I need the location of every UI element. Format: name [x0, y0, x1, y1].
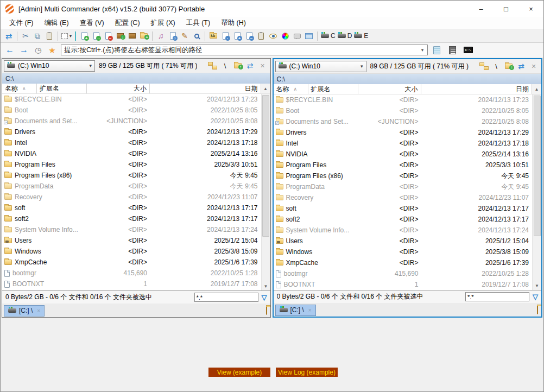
drive-e-button[interactable]: E	[353, 30, 369, 41]
scroll-up-icon[interactable]: ▲	[261, 84, 270, 93]
filter-funnel-icon[interactable]: ▽	[262, 293, 267, 301]
file-row[interactable]: Intel<DIR>2024/12/13 17:18	[2, 137, 261, 148]
file-row[interactable]: Intel<DIR>2024/12/13 17:18	[274, 138, 533, 149]
file-row[interactable]: ↗Documents and Set...<JUNCTION>2022/10/2…	[2, 116, 261, 127]
menu-item[interactable]: 配置 (C)	[110, 17, 146, 29]
column-header-name[interactable]: 名称∧	[274, 84, 308, 94]
column-header-name[interactable]: 名称∧	[2, 84, 37, 93]
back-icon[interactable]: ←	[4, 45, 16, 55]
file-row[interactable]: Program Files<DIR>2025/3/3 10:51	[2, 159, 261, 170]
close-icon[interactable]: ×	[308, 307, 312, 313]
path-bar[interactable]: C:\	[2, 73, 270, 84]
file-row[interactable]: Drivers<DIR>2024/12/13 17:29	[274, 127, 533, 138]
file-row[interactable]: System Volume Info...<DIR>2024/12/13 17:…	[274, 225, 533, 236]
column-header-date[interactable]: 日期	[150, 84, 261, 93]
file-remove-icon[interactable]: −	[243, 30, 255, 41]
column-header-size[interactable]: 大小	[87, 84, 150, 93]
file-row[interactable]: Program Files<DIR>2025/3/3 10:51	[274, 160, 533, 170]
view-example-button[interactable]: View (example)	[208, 368, 270, 377]
drive-selector[interactable]: (C:) Win10 ▾	[275, 61, 366, 72]
scrollbar-thumb[interactable]	[534, 96, 541, 236]
preview-icon[interactable]: ○	[167, 30, 179, 41]
menu-item[interactable]: 帮助 (H)	[216, 17, 251, 29]
file-row[interactable]: ProgramData<DIR>今天 9:45	[2, 181, 261, 192]
notes-icon[interactable]	[431, 45, 442, 55]
file-row[interactable]: Recovery<DIR>2024/12/23 11:07	[274, 192, 533, 203]
view-mode-icon[interactable]: ▾	[60, 30, 73, 41]
drive-selector[interactable]: (C:) Win10 ▾	[4, 60, 95, 72]
cut-icon[interactable]: ✂	[20, 30, 31, 41]
file-row[interactable]: Windows<DIR>2025/3/8 15:09	[274, 246, 533, 257]
unpack-archive-icon[interactable]	[126, 30, 138, 41]
view-log-example-button[interactable]: View Log (example)	[276, 368, 338, 377]
copy-file-icon[interactable]: →	[90, 30, 102, 41]
scroll-down-icon[interactable]: ▼	[535, 282, 539, 290]
drive-d-button[interactable]: D	[337, 30, 353, 41]
refresh-panel-icon[interactable]: ⇄	[244, 60, 256, 71]
file-row[interactable]: $RECYCLE.BIN<DIR>2024/12/13 17:23	[274, 94, 533, 105]
file-row[interactable]: Boot<DIR>2022/10/25 8:05	[2, 105, 261, 116]
calculator-icon[interactable]	[446, 45, 458, 55]
file-row[interactable]: $RECYCLE.BIN<DIR>2024/12/13 17:23	[2, 94, 261, 105]
tab-folder-icon[interactable]	[537, 306, 540, 314]
menu-item[interactable]: 工具 (T)	[181, 17, 216, 29]
file-row[interactable]: bootmgr415,6902022/10/25 1:28	[2, 268, 261, 279]
file-row[interactable]: soft2<DIR>2024/12/13 17:17	[2, 213, 261, 224]
file-row[interactable]: XmpCache<DIR>2025/1/6 17:39	[2, 257, 261, 268]
folder-tree-icon[interactable]	[478, 61, 490, 72]
file-row[interactable]: Windows<DIR>2025/3/8 15:09	[2, 246, 261, 257]
window-icon[interactable]	[303, 30, 315, 41]
root-path-icon[interactable]: \	[219, 60, 231, 71]
refresh-panel-icon[interactable]: ⇄	[515, 61, 527, 72]
clipboard-icon[interactable]	[255, 30, 267, 41]
file-row[interactable]: ProgramData<DIR>今天 9:45	[274, 181, 533, 192]
file-row[interactable]: Boot<DIR>2022/10/25 8:05	[274, 105, 533, 116]
deselect-icon[interactable]: ×	[257, 60, 269, 71]
forward-icon[interactable]: →	[18, 45, 30, 55]
file-row[interactable]: NVIDIA<DIR>2025/2/14 13:16	[274, 149, 533, 160]
parent-folder-icon[interactable]: ↑	[503, 61, 515, 72]
delete-file-icon[interactable]: −	[102, 30, 114, 41]
file-add-icon[interactable]: +	[231, 30, 243, 41]
scrollbar[interactable]: ▼	[532, 94, 541, 290]
file-row[interactable]: ↗Documents and Set...<JUNCTION>2022/10/2…	[274, 116, 533, 127]
new-file-icon[interactable]: +	[78, 30, 90, 41]
viewer-icon[interactable]	[267, 30, 279, 41]
tab-c-drive[interactable]: [C:] \ ×	[275, 305, 316, 316]
parent-folder-icon[interactable]: ↑	[232, 60, 244, 71]
filter-funnel-icon[interactable]: ▽	[533, 293, 538, 301]
drive-c-button[interactable]: C	[320, 30, 337, 41]
column-header-ext[interactable]: 扩展名	[37, 84, 87, 93]
minimize-button[interactable]: –	[469, 1, 494, 17]
command-prompt-icon[interactable]: C:\	[462, 45, 474, 55]
file-row[interactable]: Recovery<DIR>2024/12/23 11:07	[2, 192, 261, 203]
file-row[interactable]: BOOTNXT12019/12/7 17:08	[2, 279, 261, 289]
search-icon[interactable]	[191, 30, 203, 41]
file-row[interactable]: soft<DIR>2024/12/13 17:17	[2, 203, 261, 213]
pack-archive-icon[interactable]: ↓	[114, 30, 126, 41]
kb-folder-icon[interactable]: kb	[207, 30, 219, 41]
file-row[interactable]: XmpCache<DIR>2025/1/6 17:39	[274, 257, 533, 268]
scrollbar-thumb[interactable]	[262, 95, 269, 237]
file-row[interactable]: Program Files (x86)<DIR>今天 9:45	[274, 170, 533, 181]
path-bar[interactable]: C:\	[274, 74, 542, 84]
new-folder-icon[interactable]: +	[138, 30, 150, 41]
file-row[interactable]: soft2<DIR>2024/12/13 17:17	[274, 214, 533, 225]
folder-tree-icon[interactable]	[207, 60, 219, 71]
file-row[interactable]: Users<DIR>2025/1/2 15:04	[2, 235, 261, 246]
scroll-up-icon[interactable]: ▲	[532, 84, 541, 94]
file-row[interactable]: Program Files (x86)<DIR>今天 9:45	[2, 170, 261, 181]
close-icon[interactable]: ×	[37, 308, 40, 314]
file-row[interactable]: BOOTNXT12019/12/7 17:08	[274, 279, 533, 290]
tab-folder-icon[interactable]	[266, 307, 269, 314]
close-button[interactable]: ×	[518, 1, 543, 17]
comment-icon[interactable]	[291, 30, 303, 41]
deselect-icon[interactable]: ×	[528, 61, 540, 72]
scrollbar[interactable]: ▼	[261, 94, 270, 290]
paste-icon[interactable]	[43, 30, 55, 41]
chevron-down-icon[interactable]: ▾	[418, 47, 427, 53]
column-header-size[interactable]: 大小	[358, 84, 421, 94]
history-icon[interactable]: ◷	[32, 45, 44, 55]
file-row[interactable]: System Volume Info...<DIR>2024/12/13 17:…	[2, 224, 261, 235]
file-date-icon[interactable]: ·	[219, 30, 231, 41]
